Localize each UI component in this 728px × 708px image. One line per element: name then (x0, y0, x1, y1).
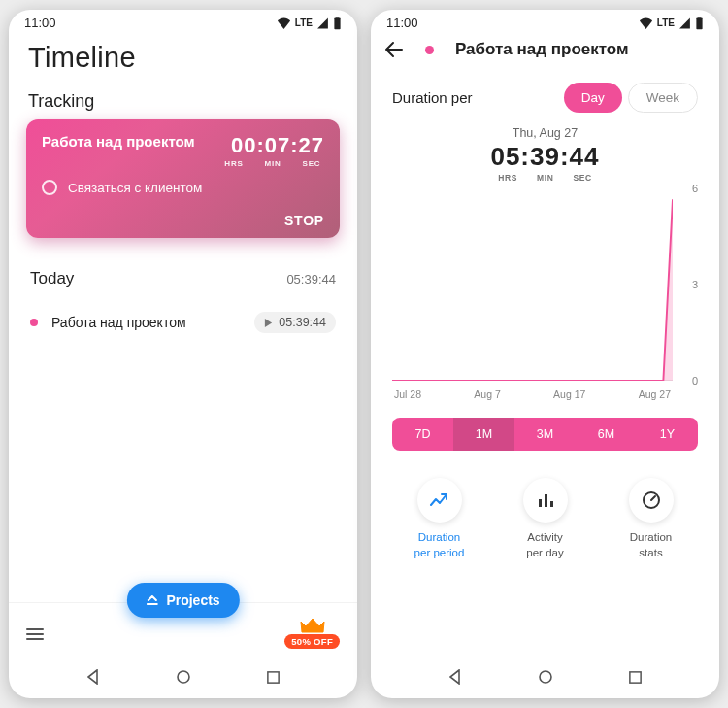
unit-hrs: HRS (498, 173, 517, 183)
nav-recents-icon[interactable] (628, 670, 643, 685)
status-net: LTE (295, 17, 313, 28)
toggle-day[interactable]: Day (564, 83, 622, 113)
tile-duration-stats[interactable]: Duration stats (607, 478, 696, 560)
bar-chart-icon (537, 492, 554, 508)
toggle-week[interactable]: Week (628, 83, 698, 113)
summary-duration: 05:39:44 (371, 142, 719, 172)
status-time: 11:00 (24, 16, 56, 30)
svg-rect-3 (268, 671, 279, 682)
tracking-card[interactable]: Работа над проектом 00:07:27 HRS MIN SEC… (26, 119, 340, 238)
wifi-icon (639, 17, 653, 29)
screen-project-stats: 11:00 LTE Работа над проектом Duration p… (371, 10, 719, 698)
arrow-left-icon (384, 41, 404, 58)
unit-min: MIN (537, 173, 553, 183)
battery-icon (333, 17, 342, 30)
tracking-task-name: Связаться с клиентом (68, 181, 202, 195)
unit-sec: SEC (573, 173, 591, 183)
gauge-icon (642, 490, 661, 510)
section-today-label: Today (30, 269, 74, 288)
timeline-entry[interactable]: Работа над проектом 05:39:44 (9, 294, 357, 341)
tracking-project-name: Работа над проектом (42, 133, 195, 151)
nav-home-icon[interactable] (176, 669, 191, 685)
project-color-dot (30, 319, 38, 326)
x-tick: Aug 17 (553, 388, 585, 408)
status-time: 11:00 (386, 16, 418, 30)
svg-rect-9 (550, 501, 553, 507)
summary-date: Thu, Aug 27 (371, 126, 719, 140)
today-total: 05:39:44 (286, 272, 336, 287)
nav-recents-icon[interactable] (266, 670, 281, 685)
range-1y[interactable]: 1Y (637, 418, 698, 451)
range-3m[interactable]: 3M (514, 418, 576, 451)
entry-project-name: Работа над проектом (51, 315, 254, 330)
tracking-elapsed: 00:07:27 (221, 133, 324, 158)
svg-rect-4 (696, 17, 702, 29)
range-7d[interactable]: 7D (392, 418, 453, 451)
svg-rect-0 (334, 17, 340, 29)
promo-text: 50% OFF (284, 634, 340, 649)
unit-hrs: HRS (221, 159, 247, 168)
wifi-icon (277, 17, 291, 29)
entry-duration: 05:39:44 (279, 316, 326, 329)
tile-label: Duration per period (414, 530, 465, 560)
unit-min: MIN (260, 159, 285, 168)
x-tick: Aug 27 (639, 388, 671, 408)
menu-button[interactable] (26, 628, 44, 640)
unit-sec: SEC (299, 159, 324, 168)
svg-point-11 (540, 671, 551, 683)
tile-label: Duration stats (630, 530, 672, 560)
svg-rect-7 (539, 499, 542, 507)
svg-rect-8 (545, 494, 547, 507)
project-color-dot (425, 46, 434, 54)
android-nav-bar (9, 657, 357, 698)
promo-badge[interactable]: 50% OFF (284, 619, 340, 649)
y-tick: 0 (692, 375, 698, 387)
signal-icon (678, 17, 691, 29)
duration-chart[interactable]: 036 Jul 28Aug 7Aug 17Aug 27 (392, 188, 698, 408)
svg-rect-5 (698, 17, 701, 18)
status-bar: 11:00 LTE (371, 10, 719, 32)
range-1m[interactable]: 1M (453, 418, 514, 451)
range-6m[interactable]: 6M (576, 418, 637, 451)
svg-rect-12 (630, 671, 641, 682)
projects-fab[interactable]: Projects (126, 583, 239, 618)
page-title: Timeline (28, 42, 338, 74)
nav-home-icon[interactable] (538, 669, 553, 685)
play-icon (264, 319, 273, 327)
y-tick: 3 (692, 279, 698, 290)
project-title: Работа над проектом (455, 40, 629, 59)
duration-granularity-toggle: Day Week (564, 83, 698, 113)
chevron-up-icon (146, 595, 157, 605)
screen-timeline: 11:00 LTE Timeline Tracking Работа над п… (9, 10, 357, 698)
battery-icon (695, 17, 704, 30)
tile-activity-per-day[interactable]: Activity per day (501, 478, 590, 560)
back-button[interactable] (384, 41, 404, 58)
status-bar: 11:00 LTE (9, 10, 357, 32)
status-net: LTE (657, 17, 675, 28)
y-tick: 6 (692, 183, 698, 194)
tile-label: Activity per day (526, 530, 563, 560)
section-tracking-label: Tracking (9, 91, 357, 119)
svg-point-2 (178, 671, 189, 683)
signal-icon (316, 17, 329, 29)
android-nav-bar (371, 657, 719, 698)
trend-icon (429, 492, 450, 508)
x-tick: Jul 28 (394, 388, 421, 408)
stop-button[interactable]: STOP (42, 213, 324, 228)
crown-icon (300, 619, 325, 634)
x-tick: Aug 7 (474, 388, 500, 408)
svg-rect-1 (336, 17, 339, 18)
duration-per-label: Duration per (392, 89, 473, 106)
projects-fab-label: Projects (166, 592, 219, 608)
nav-back-icon[interactable] (447, 669, 463, 685)
nav-back-icon[interactable] (85, 669, 101, 685)
time-range-selector: 7D 1M 3M 6M 1Y (392, 418, 698, 451)
task-checkbox-icon[interactable] (42, 180, 57, 195)
entry-play-chip[interactable]: 05:39:44 (254, 312, 336, 333)
tile-duration-per-period[interactable]: Duration per period (395, 478, 484, 560)
